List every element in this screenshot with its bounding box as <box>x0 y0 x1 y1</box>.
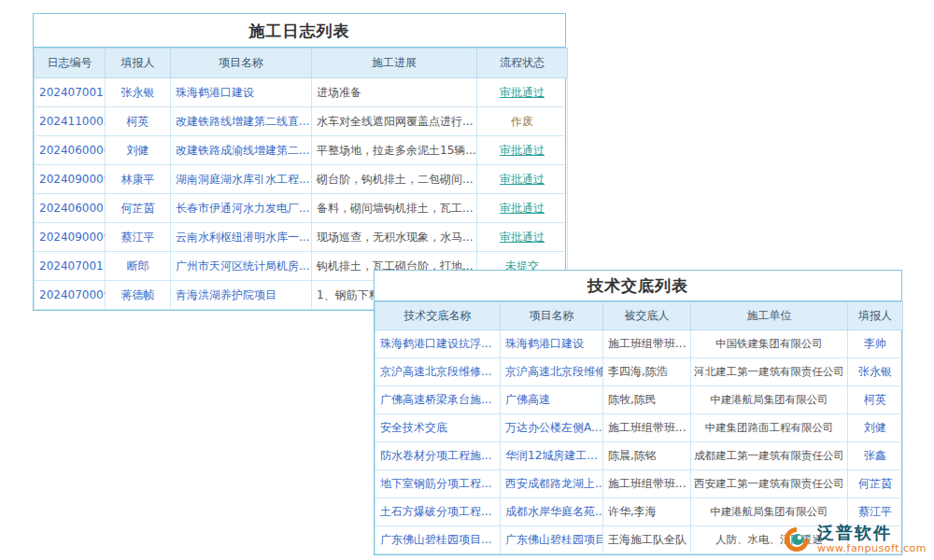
header-disclosure-name: 技术交底名称 <box>375 302 501 330</box>
progress-text: 现场巡查，无积水现象，水马... <box>312 223 477 252</box>
unit-text: 中建港航局集团有限公司 <box>691 386 848 414</box>
progress-text: 水车对全线遮阳网覆盖点进行... <box>312 107 477 136</box>
project-link[interactable]: 云南水利枢纽潜明水库一... <box>171 223 312 252</box>
progress-text: 平整场地，拉走多余泥土15辆... <box>312 136 477 165</box>
log-id-link[interactable]: 2024060005 <box>35 194 106 223</box>
disclosure-table-row[interactable]: 京沪高速北京段维修... 京沪高速北京段维修 李四海,陈浩 河北建工第一建筑有限… <box>375 358 903 386</box>
construction-log-title: 施工日志列表 <box>34 14 565 48</box>
status-link[interactable]: 审批通过 <box>477 165 568 194</box>
reporter-link[interactable]: 蔡江平 <box>106 223 171 252</box>
log-table-row[interactable]: 2024090009 林康平 湖南洞庭湖水库引水工程... 砌台阶，钩机排土，二… <box>35 165 568 194</box>
disclosure-name-link[interactable]: 广佛高速桥梁承台施... <box>375 386 501 414</box>
disclosure-table-row[interactable]: 防水卷材分项工程施... 华润12城房建工... 陈晨,陈铭 成都建工第一建筑有… <box>375 442 903 470</box>
project-link[interactable]: 广州市天河区统计局机房... <box>171 252 312 281</box>
project-link[interactable]: 广东佛山碧桂园项目 <box>501 526 603 554</box>
progress-text: 备料，砌间墙钩机排土，瓦工... <box>312 194 477 223</box>
disclosure-table-row[interactable]: 珠海鹤港口建设抗浮... 珠海鹤港口建设 施工班组带班... 中国铁建集团有限公… <box>375 330 903 358</box>
log-table-row[interactable]: 2024090009 蔡江平 云南水利枢纽潜明水库一... 现场巡查，无积水现象… <box>35 223 568 252</box>
disclosure-table-row[interactable]: 广佛高速桥梁承台施... 广佛高速 陈牧,陈民 中建港航局集团有限公司 柯英 <box>375 386 903 414</box>
disclosure-table-row[interactable]: 土石方爆破分项工程... 成都水岸华庭名苑... 许华,李海 中建港航局集团有限… <box>375 498 903 526</box>
reporter-link[interactable]: 张永银 <box>106 78 171 107</box>
reporter-link[interactable]: 断郎 <box>106 252 171 281</box>
log-table-row[interactable]: 2024060005 何芷茵 长春市伊通河水力发电厂... 备料，砌间墙钩机排土… <box>35 194 568 223</box>
header-log-id: 日志编号 <box>35 49 106 78</box>
project-link[interactable]: 改建铁路线增建第二线直... <box>171 107 312 136</box>
log-header-row: 日志编号 填报人 项目名称 施工进展 流程状态 <box>35 49 568 78</box>
receiver-text: 施工班组带班... <box>603 330 691 358</box>
receiver-text: 施工班组带班... <box>603 470 691 498</box>
disclosure-table-row[interactable]: 地下室钢筋分项工程... 西安成都路龙湖上... 施工班组带班... 西安建工第… <box>375 470 903 498</box>
reporter-link[interactable]: 柯英 <box>106 107 171 136</box>
log-id-link[interactable]: 2024070011 <box>35 78 106 107</box>
reporter-link[interactable]: 张永银 <box>848 358 903 386</box>
receiver-text: 陈晨,陈铭 <box>603 442 691 470</box>
project-link[interactable]: 湖南洞庭湖水库引水工程... <box>171 165 312 194</box>
brand-name: 泛普软件 <box>817 524 927 542</box>
reporter-link[interactable]: 何芷茵 <box>106 194 171 223</box>
reporter-link[interactable]: 蒋德帧 <box>106 281 171 310</box>
log-id-link[interactable]: 2024060006 <box>35 136 106 165</box>
receiver-text: 王海施工队全队 <box>603 526 691 554</box>
project-link[interactable]: 青海洪湖养护院项目 <box>171 281 312 310</box>
status-link[interactable]: 审批通过 <box>477 194 568 223</box>
project-link[interactable]: 华润12城房建工... <box>501 442 603 470</box>
disclosure-name-link[interactable]: 珠海鹤港口建设抗浮... <box>375 330 501 358</box>
log-id-link[interactable]: 2024090009 <box>35 223 106 252</box>
disclosure-name-link[interactable]: 地下室钢筋分项工程... <box>375 470 501 498</box>
status-link[interactable]: 审批通过 <box>477 223 568 252</box>
reporter-link[interactable]: 何芷茵 <box>848 470 903 498</box>
log-id-link[interactable]: 2024090009 <box>35 165 106 194</box>
log-id-link[interactable]: 2024070009 <box>35 281 106 310</box>
technical-disclosure-title: 技术交底列表 <box>375 271 901 301</box>
log-table-row[interactable]: 2024070011 张永银 珠海鹤港口建设 进场准备 审批通过 <box>35 78 568 107</box>
status-text: 作废 <box>477 107 568 136</box>
header-reporter: 填报人 <box>848 302 903 330</box>
reporter-link[interactable]: 林康平 <box>106 165 171 194</box>
reporter-link[interactable]: 刘健 <box>848 414 903 442</box>
unit-text: 成都建工第一建筑有限责任公司 <box>691 442 848 470</box>
unit-text: 中国铁建集团有限公司 <box>691 330 848 358</box>
disclosure-name-link[interactable]: 防水卷材分项工程施... <box>375 442 501 470</box>
disclosure-header-row: 技术交底名称 项目名称 被交底人 施工单位 填报人 <box>375 302 903 330</box>
project-link[interactable]: 改建铁路成渝线增建第二... <box>171 136 312 165</box>
header-project-name: 项目名称 <box>171 49 312 78</box>
status-link[interactable]: 审批通过 <box>477 78 568 107</box>
technical-disclosure-window: 技术交底列表 技术交底名称 项目名称 被交底人 施工单位 填报人 珠海鹤港口建设… <box>374 270 902 555</box>
status-link[interactable]: 审批通过 <box>477 136 568 165</box>
unit-text: 中建港航局集团有限公司 <box>691 498 848 526</box>
disclosure-name-link[interactable]: 土石方爆破分项工程... <box>375 498 501 526</box>
log-id-link[interactable]: 2024070011 <box>35 252 106 281</box>
disclosure-name-link[interactable]: 京沪高速北京段维修... <box>375 358 501 386</box>
unit-text: 西安建工第一建筑有限责任公司 <box>691 470 848 498</box>
header-progress: 施工进展 <box>312 49 477 78</box>
project-link[interactable]: 西安成都路龙湖上... <box>501 470 603 498</box>
log-id-link[interactable]: 2024110002 <box>35 107 106 136</box>
construction-log-window: 施工日志列表 日志编号 填报人 项目名称 施工进展 流程状态 202407001… <box>33 13 566 311</box>
project-link[interactable]: 广佛高速 <box>501 386 603 414</box>
fanpu-watermark: 泛普软件 www.fanpusoft.com <box>782 524 927 554</box>
project-link[interactable]: 成都水岸华庭名苑... <box>501 498 603 526</box>
reporter-link[interactable]: 张鑫 <box>848 442 903 470</box>
disclosure-name-link[interactable]: 广东佛山碧桂园项目... <box>375 526 501 554</box>
receiver-text: 李四海,陈浩 <box>603 358 691 386</box>
unit-text: 河北建工第一建筑有限责任公司 <box>691 358 848 386</box>
log-table-row[interactable]: 2024110002 柯英 改建铁路线增建第二线直... 水车对全线遮阳网覆盖点… <box>35 107 568 136</box>
log-table-row[interactable]: 2024060006 刘健 改建铁路成渝线增建第二... 平整场地，拉走多余泥土… <box>35 136 568 165</box>
project-link[interactable]: 京沪高速北京段维修 <box>501 358 603 386</box>
project-link[interactable]: 长春市伊通河水力发电厂... <box>171 194 312 223</box>
reporter-link[interactable]: 柯英 <box>848 386 903 414</box>
reporter-link[interactable]: 蔡江平 <box>848 498 903 526</box>
progress-text: 进场准备 <box>312 78 477 107</box>
reporter-link[interactable]: 刘健 <box>106 136 171 165</box>
project-link[interactable]: 万达办公楼左侧A... <box>501 414 603 442</box>
receiver-text: 许华,李海 <box>603 498 691 526</box>
reporter-link[interactable]: 李帅 <box>848 330 903 358</box>
receiver-text: 施工班组带班... <box>603 414 691 442</box>
progress-text: 砌台阶，钩机排土，二包砌间... <box>312 165 477 194</box>
project-link[interactable]: 珠海鹤港口建设 <box>501 330 603 358</box>
header-workflow-status: 流程状态 <box>477 49 568 78</box>
unit-text: 中建集团路面工程有限公司 <box>691 414 848 442</box>
project-link[interactable]: 珠海鹤港口建设 <box>171 78 312 107</box>
disclosure-table-row[interactable]: 安全技术交底 万达办公楼左侧A... 施工班组带班... 中建集团路面工程有限公… <box>375 414 903 442</box>
disclosure-name-link[interactable]: 安全技术交底 <box>375 414 501 442</box>
